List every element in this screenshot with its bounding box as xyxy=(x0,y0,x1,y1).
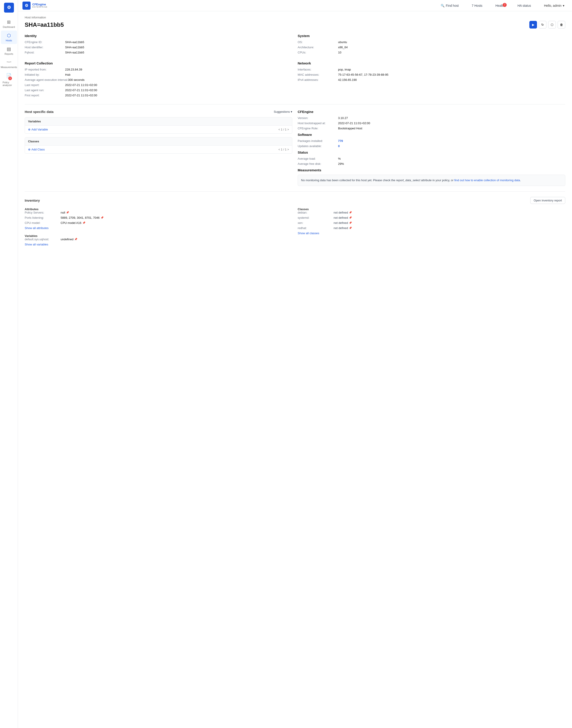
last-agent-label: Last agent run: xyxy=(25,88,65,92)
initiated-value: Hub xyxy=(65,73,70,76)
fqhost-label: Fqhost: xyxy=(25,51,65,54)
inventory-heading: Inventory xyxy=(25,199,40,202)
show-all-classes-link[interactable]: Show all classes xyxy=(298,231,565,235)
pin-icon[interactable]: 📌 xyxy=(349,226,352,229)
chevron-icon: ▾ xyxy=(291,110,292,113)
cfengine-heading: CFEngine xyxy=(298,110,565,114)
updates-value[interactable]: 0 xyxy=(338,144,340,148)
cfengine-id-label: CFEngine ID: xyxy=(25,41,65,44)
cpu-label: CPU model: xyxy=(25,221,61,224)
ha-status-link[interactable]: HA status xyxy=(514,2,534,9)
health-badge: 7 xyxy=(503,3,507,7)
pin-icon[interactable]: 📌 xyxy=(349,216,352,219)
system-heading: System xyxy=(298,34,565,38)
software-heading: Software xyxy=(298,133,565,137)
packages-value[interactable]: 770 xyxy=(338,139,343,143)
interfaces-value: pop, imap xyxy=(338,68,351,71)
show-all-variables-link[interactable]: Show all variables xyxy=(25,243,292,246)
bootstrapped-label: Host bootstrapped at: xyxy=(298,122,338,125)
os-label: OS: xyxy=(298,41,338,44)
attributes-heading: Attributes xyxy=(25,207,292,211)
network-section: Network Interfaces: pop, imap MAC addres… xyxy=(298,61,565,99)
refresh-button[interactable]: ↻ xyxy=(539,21,547,28)
arch-label: Architecture: xyxy=(298,46,338,49)
variables-pagination: < 1 / 1 > xyxy=(278,128,289,131)
bootstrapped-value: 2022-07-21 11:01+02:00 xyxy=(338,122,370,125)
ipv4-label: IPv4 addresses: xyxy=(298,78,338,81)
hosts-icon: ⬡ xyxy=(7,33,11,38)
hosts-link[interactable]: 7 Hosts xyxy=(469,2,485,9)
pin-icon[interactable]: 📌 xyxy=(349,221,352,224)
inventory-section: Inventory Open inventory report Attribut… xyxy=(25,197,565,246)
cfengine-section: CFEngine Version: 3.10.27 Host bootstrap… xyxy=(298,110,565,186)
delete-button[interactable]: 🗑 xyxy=(558,21,565,28)
os-value: ubuntu xyxy=(338,41,347,44)
sidebar-item-hosts[interactable]: ⬡ Hosts xyxy=(1,30,17,44)
arch-value: x86_64 xyxy=(338,46,348,49)
page-title: SHA=aa11bb5 xyxy=(25,21,64,28)
version-label: Version: xyxy=(298,116,338,120)
systemd-label: systemd: xyxy=(298,216,334,219)
suggestions-button[interactable]: Suggestions ▾ xyxy=(274,110,292,113)
prev-page-icon[interactable]: < xyxy=(278,148,280,151)
last-report-label: Last report: xyxy=(25,83,65,87)
topnav: ⚙ CFEngine ENTERPRISE 🔍 Find host 7 Host… xyxy=(18,0,572,11)
sidebar-item-measurements[interactable]: 〰 Measurements xyxy=(1,58,17,71)
find-host-link[interactable]: 🔍 Find host xyxy=(437,2,462,9)
show-all-attributes-link[interactable]: Show all attributes xyxy=(25,226,292,230)
first-report-value: 2022-07-21 11:01+02:00 xyxy=(65,94,97,97)
inventory-grid: Attributes Policy Servers: null 📌 Ports … xyxy=(25,207,565,246)
avg-disk-label: Average free disk: xyxy=(298,162,338,166)
report-collection-section: Report Collection IP reported from: 228.… xyxy=(25,61,292,99)
sidebar-item-policy[interactable]: 📄 5 Policy analyzer xyxy=(1,71,17,89)
inventory-right-col: Classes debian: not defined 📌 systemd: xyxy=(298,207,565,246)
sidebar-item-dashboard[interactable]: ⊞ Dashboard xyxy=(1,17,17,30)
next-page-icon[interactable]: > xyxy=(287,128,289,131)
measurements-link[interactable]: find out how to enable collection of mon… xyxy=(454,179,520,182)
variables-card: Variables ⊕ Add Variable < 1 / 1 xyxy=(25,117,292,134)
inv-variables-heading: Variables xyxy=(25,234,292,238)
pin-icon[interactable]: 📌 xyxy=(66,211,69,214)
play-button[interactable]: ▶ xyxy=(529,21,537,28)
prev-page-icon[interactable]: < xyxy=(278,128,280,131)
next-page-icon[interactable]: > xyxy=(287,148,289,151)
systemd-value: not defined 📌 xyxy=(334,216,352,219)
avg-load-label: Average load: xyxy=(298,157,338,160)
policy-servers-value: null 📌 xyxy=(61,211,69,214)
pin-icon[interactable]: 📌 xyxy=(82,221,85,224)
sidebar-item-label: Dashboard xyxy=(3,25,15,28)
health-link[interactable]: Health 7 xyxy=(492,2,508,9)
share-button[interactable]: ⬡ xyxy=(548,21,556,28)
logo: ⚙ xyxy=(4,3,14,13)
debian-label: debian: xyxy=(298,211,334,214)
packages-label: Packages installed: xyxy=(298,139,338,143)
redhat-value: not defined 📌 xyxy=(334,226,352,230)
identity-heading: Identity xyxy=(25,34,292,38)
svg-text:⚙: ⚙ xyxy=(7,5,11,10)
ip-label: IP reported from: xyxy=(25,68,65,71)
add-variable-link[interactable]: ⊕ Add Variable xyxy=(28,128,48,131)
report-network-grid: Report Collection IP reported from: 228.… xyxy=(25,61,565,99)
main-content: Host information SHA=aa11bb5 ▶ ↻ ⬡ 🗑 Ide… xyxy=(18,11,572,728)
role-value: Bootstrapped Host xyxy=(338,127,362,130)
host-identifier-value: SHA=aa11bb5 xyxy=(65,46,84,49)
first-report-label: First report: xyxy=(25,94,65,97)
sidebar-item-label: Measurements xyxy=(1,66,17,68)
cpu-value: CPU model A16 📌 xyxy=(61,221,85,224)
pin-icon[interactable]: 📌 xyxy=(349,211,352,214)
ip-value: 228.23.84.39 xyxy=(65,68,82,71)
default-sys-value: undefined 📌 xyxy=(61,238,77,241)
user-menu[interactable]: Hello, admin ▾ xyxy=(541,2,568,9)
brand-sub: ENTERPRISE xyxy=(32,6,48,8)
debian-value: not defined 📌 xyxy=(334,211,352,214)
pin-icon[interactable]: 📌 xyxy=(74,238,77,241)
pin-icon[interactable]: 📌 xyxy=(100,216,104,219)
default-sys-label: default.sys.uqhost: xyxy=(25,238,61,241)
avg-disk-value: 29% xyxy=(338,162,344,166)
last-report-value: 2022-07-21 11:01+02:00 xyxy=(65,83,97,87)
plus-icon: ⊕ xyxy=(28,128,30,131)
updates-label: Updates available: xyxy=(298,144,338,148)
sidebar-item-reports[interactable]: ▤ Reports xyxy=(1,44,17,58)
add-class-link[interactable]: ⊕ Add Class xyxy=(28,148,45,151)
open-inventory-report-button[interactable]: Open inventory report xyxy=(530,197,565,204)
